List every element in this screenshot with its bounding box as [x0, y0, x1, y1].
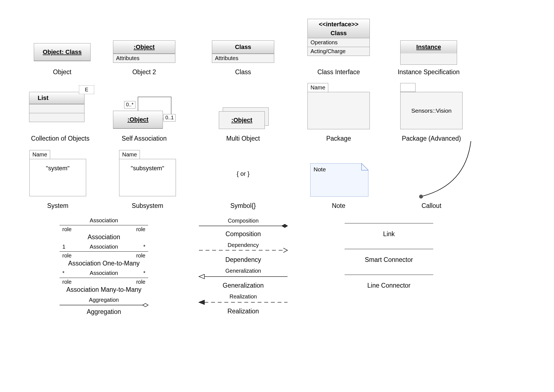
- smart-caption: Smart Connector: [345, 256, 433, 264]
- connector-realization[interactable]: Realization: [199, 293, 288, 307]
- object2-header: :Object: [113, 41, 175, 54]
- dep-caption: Dependency: [199, 256, 288, 264]
- object2-attrs: Attributes: [113, 54, 175, 63]
- gen-top: Generalization: [199, 268, 288, 274]
- connector-composition[interactable]: Composition: [199, 218, 288, 230]
- connector-assoc-1m[interactable]: 1 Association * role role: [60, 244, 148, 252]
- assoc1m-roleR: role: [136, 252, 145, 259]
- subsystem-body: "subsystem": [119, 159, 176, 196]
- assoc-roleL: role: [62, 226, 71, 233]
- selfassoc-m2: 0..1: [163, 114, 176, 122]
- instance-header: Instance: [401, 41, 457, 53]
- comp-top: Composition: [199, 218, 288, 224]
- class-attrs: Attributes: [212, 54, 274, 63]
- connector-line[interactable]: [345, 275, 433, 275]
- uml-self-assoc[interactable]: :Object 0..* 0..1: [113, 111, 163, 129]
- uml-object[interactable]: Object: Class: [34, 43, 91, 61]
- connector-dependency[interactable]: Dependency: [199, 242, 288, 255]
- uml-collection[interactable]: E List: [29, 85, 91, 122]
- selfassoc-line-icon: [138, 97, 174, 130]
- subsystem-tab: Name: [119, 150, 140, 159]
- collection-badge: E: [79, 85, 94, 94]
- package-caption: Package: [307, 135, 370, 142]
- connector-generalization[interactable]: Generalization: [199, 268, 288, 282]
- comp-caption: Composition: [199, 230, 288, 238]
- uml-package-advanced[interactable]: Sensors::Vision: [400, 83, 463, 129]
- multi-caption: Multi Object: [212, 135, 274, 142]
- uml-object2[interactable]: :Object Attributes: [113, 40, 175, 63]
- callout-caption: Callout: [400, 202, 463, 210]
- classif-act: Acting/Charge: [308, 47, 370, 56]
- uml-instance[interactable]: Instance: [400, 40, 457, 65]
- aggreg-top: Aggregation: [60, 297, 148, 303]
- assoc1m-roleL: role: [62, 252, 71, 259]
- assocmm-mid: Association: [60, 270, 148, 276]
- assocmm-roleL: role: [62, 279, 71, 285]
- gen-caption: Generalization: [199, 282, 288, 289]
- pkgadv-body: Sensors::Vision: [400, 92, 463, 129]
- uml-note[interactable]: Note: [310, 163, 368, 198]
- collection-caption: Collection of Objects: [25, 135, 96, 142]
- generalization-line-icon: [199, 274, 288, 280]
- uml-symbol[interactable]: { or }: [212, 170, 274, 177]
- package-tab: Name: [307, 83, 328, 92]
- class-caption: Class: [212, 68, 274, 76]
- selfassoc-m1: 0..*: [124, 101, 135, 109]
- connector-smart[interactable]: [345, 249, 433, 249]
- uml-subsystem[interactable]: Name "subsystem": [119, 150, 176, 196]
- object-header: Object: Class: [34, 43, 90, 61]
- aggreg-caption: Aggregation: [60, 308, 148, 316]
- multi-header: :Object: [219, 112, 265, 129]
- system-body: "system": [29, 159, 86, 196]
- link-caption: Link: [345, 230, 433, 238]
- aggregation-line-icon: [60, 303, 148, 308]
- object-caption: Object: [34, 68, 91, 76]
- assoc-caption: Association: [60, 233, 148, 241]
- selfassoc-caption: Self Association: [113, 135, 175, 142]
- uml-package[interactable]: Name: [307, 83, 370, 129]
- dependency-line-icon: [199, 248, 288, 254]
- connector-association[interactable]: Association role role: [60, 217, 148, 225]
- classif-name: Class: [308, 28, 370, 37]
- class-header: Class: [212, 41, 274, 54]
- note-body: Note: [314, 166, 326, 173]
- object2-caption: Object 2: [113, 68, 175, 76]
- realization-line-icon: [199, 300, 288, 306]
- assoc1m-r: *: [143, 244, 145, 250]
- note-caption: Note: [307, 202, 370, 210]
- svg-point-0: [419, 195, 423, 198]
- dep-top: Dependency: [199, 242, 288, 248]
- assocmm-roleR: role: [136, 279, 145, 285]
- system-caption: System: [29, 202, 86, 210]
- connector-link[interactable]: [345, 223, 433, 223]
- assocmm-r: *: [143, 270, 145, 276]
- classif-op: Operations: [308, 38, 370, 47]
- classif-caption: Class Interface: [307, 68, 370, 76]
- connector-aggregation[interactable]: Aggregation: [60, 297, 148, 310]
- uml-class[interactable]: Class Attributes: [212, 40, 274, 63]
- uml-class-interface[interactable]: <<interface>> Class Operations Acting/Ch…: [307, 19, 370, 56]
- composition-line-icon: [199, 224, 288, 229]
- connector-assoc-mm[interactable]: * Association * role role: [60, 270, 148, 278]
- assoc-top: Association: [60, 217, 148, 224]
- callout-curve-icon: [416, 141, 485, 199]
- subsystem-caption: Subsystem: [119, 202, 176, 210]
- assocmm-caption: Association Many-to-Many: [60, 286, 148, 293]
- real-top: Realization: [199, 293, 288, 300]
- symbol-caption: Symbol{}: [212, 202, 274, 210]
- instance-caption: Instance Specification: [389, 68, 468, 76]
- assoc1m-mid: Association: [60, 244, 148, 250]
- uml-system[interactable]: Name "system": [29, 150, 86, 196]
- line-caption: Line Connector: [345, 282, 433, 289]
- real-caption: Realization: [199, 308, 288, 315]
- classif-stereo: <<interface>>: [308, 21, 370, 28]
- system-tab: Name: [29, 150, 50, 159]
- assoc-roleR: role: [136, 226, 145, 233]
- uml-callout[interactable]: [416, 141, 485, 200]
- collection-header: List: [29, 92, 84, 104]
- assoc1m-caption: Association One-to-Many: [60, 260, 148, 267]
